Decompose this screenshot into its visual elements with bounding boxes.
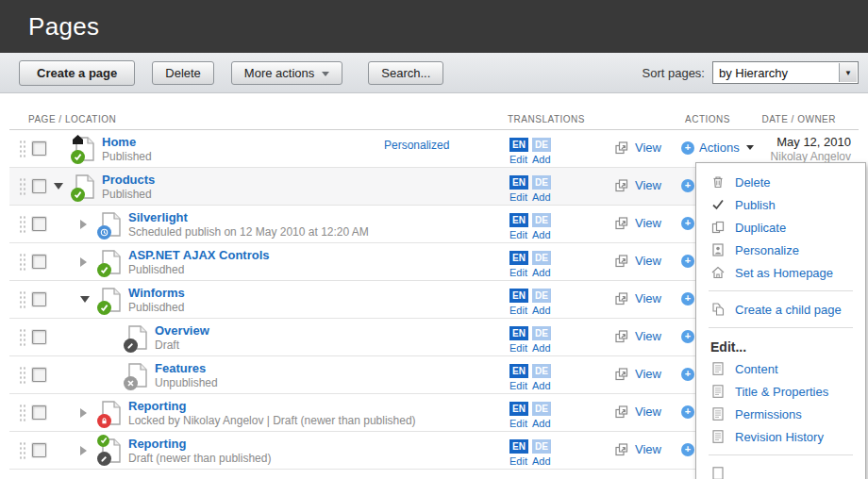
view-cell: View <box>615 442 661 456</box>
drag-handle-icon[interactable] <box>19 289 25 310</box>
add-translation-link[interactable]: Add <box>532 455 551 467</box>
row-checkbox[interactable] <box>32 368 46 382</box>
child-page-icon <box>710 302 726 317</box>
add-translation-link[interactable]: Add <box>532 305 551 316</box>
plus-circle-icon[interactable]: + <box>681 141 694 155</box>
actions-link[interactable]: Actions <box>699 140 740 155</box>
add-translation-link[interactable]: Add <box>532 229 551 240</box>
drag-handle-icon[interactable] <box>19 440 25 461</box>
view-link[interactable]: View <box>635 178 661 192</box>
column-header-translations: TRANSLATIONS <box>508 114 585 124</box>
row-checkbox[interactable] <box>32 141 46 156</box>
view-link[interactable]: View <box>635 442 661 456</box>
plus-circle-icon[interactable]: + <box>681 255 694 268</box>
document-icon <box>710 384 726 399</box>
drag-handle-icon[interactable] <box>19 327 25 348</box>
drag-handle-icon[interactable] <box>19 214 25 235</box>
view-cell: View <box>615 291 661 306</box>
page-title-link[interactable]: Features <box>155 361 206 375</box>
translations-cell: ENDE EditAdd <box>509 399 551 429</box>
edit-translation-link[interactable]: Edit <box>509 154 527 165</box>
page-title-link[interactable]: Overview <box>155 323 209 338</box>
collapse-arrow-icon[interactable] <box>80 296 101 303</box>
menu-item-revision-history[interactable]: Revision History <box>696 425 865 448</box>
view-link[interactable]: View <box>635 367 661 381</box>
menu-item-content[interactable]: Content <box>696 357 865 380</box>
duplicate-icon <box>710 220 726 235</box>
menu-item-label: Personalize <box>735 243 799 257</box>
menu-item-label: Title & Properties <box>735 385 828 399</box>
view-link[interactable]: View <box>635 329 661 343</box>
menu-item-set-as-homepage[interactable]: Set as Homepage <box>696 261 865 284</box>
plus-circle-icon[interactable]: + <box>681 405 694 419</box>
edit-translation-link[interactable]: Edit <box>509 305 527 316</box>
check-icon <box>710 197 726 212</box>
row-checkbox[interactable] <box>32 330 46 344</box>
more-actions-button[interactable]: More actions <box>231 61 342 85</box>
plus-circle-icon[interactable]: + <box>681 217 694 230</box>
row-checkbox[interactable] <box>32 292 46 306</box>
view-link[interactable]: View <box>635 405 661 419</box>
edit-translation-link[interactable]: Edit <box>509 229 527 240</box>
page-title-link[interactable]: Silverlight <box>128 210 188 224</box>
page-title-link[interactable]: ASP.NET AJAX Controls <box>128 248 270 262</box>
plus-circle-icon[interactable]: + <box>681 292 694 306</box>
plus-circle-icon[interactable]: + <box>681 330 694 343</box>
drag-handle-icon[interactable] <box>19 252 25 273</box>
drag-handle-icon[interactable] <box>19 365 25 386</box>
view-link[interactable]: View <box>635 216 661 230</box>
menu-item-partial[interactable] <box>696 462 865 479</box>
edit-translation-link[interactable]: Edit <box>509 418 527 429</box>
menu-item-create-child-page[interactable]: Create a child page <box>696 298 865 321</box>
page-title-link[interactable]: Reporting <box>128 399 186 413</box>
drag-handle-icon[interactable] <box>19 176 25 197</box>
page-title-link[interactable]: Reporting <box>128 437 186 451</box>
plus-circle-icon[interactable]: + <box>681 443 694 456</box>
view-link[interactable]: View <box>635 291 661 306</box>
view-link[interactable]: View <box>635 140 661 155</box>
add-translation-link[interactable]: Add <box>532 267 551 278</box>
menu-item-title-properties[interactable]: Title & Properties <box>696 380 865 403</box>
page-title-link[interactable]: Winforms <box>128 286 185 300</box>
add-translation-link[interactable]: Add <box>532 342 551 354</box>
menu-item-personalize[interactable]: Personalize <box>696 239 865 261</box>
published-check-icon <box>97 263 111 277</box>
view-cell: View <box>615 178 661 192</box>
row-checkbox[interactable] <box>32 179 46 193</box>
translations-cell: ENDE EditAdd <box>509 361 551 391</box>
search-button[interactable]: Search... <box>368 61 443 85</box>
drag-handle-icon[interactable] <box>19 403 25 423</box>
page-title-link[interactable]: Home <box>102 135 136 149</box>
menu-item-publish[interactable]: Publish <box>696 193 865 216</box>
delete-button[interactable]: Delete <box>152 61 214 85</box>
add-translation-link[interactable]: Add <box>532 191 551 203</box>
menu-item-delete[interactable]: Delete <box>696 171 865 193</box>
edit-translation-link[interactable]: Edit <box>509 342 527 354</box>
chevron-down-icon: ▼ <box>839 63 857 82</box>
menu-item-label: Set as Homepage <box>735 266 833 280</box>
view-link[interactable]: View <box>635 254 661 268</box>
add-translation-link[interactable]: Add <box>532 154 551 165</box>
row-checkbox[interactable] <box>32 405 46 420</box>
add-translation-link[interactable]: Add <box>532 418 551 429</box>
published-icon <box>75 174 95 199</box>
create-page-button[interactable]: Create a page <box>19 60 135 86</box>
sort-pages-select[interactable]: by Hierarchy ▼ <box>712 61 859 84</box>
edit-translation-link[interactable]: Edit <box>509 191 527 203</box>
row-checkbox[interactable] <box>32 255 46 269</box>
row-checkbox[interactable] <box>32 443 46 457</box>
menu-item-permissions[interactable]: Permissions <box>696 403 865 425</box>
edit-translation-link[interactable]: Edit <box>509 455 527 467</box>
published-check-icon <box>97 301 111 315</box>
row-checkbox[interactable] <box>32 217 46 231</box>
view-cell: View <box>615 140 661 155</box>
collapse-arrow-icon[interactable] <box>54 183 75 190</box>
edit-translation-link[interactable]: Edit <box>509 267 527 278</box>
menu-item-duplicate[interactable]: Duplicate <box>696 216 865 239</box>
plus-circle-icon[interactable]: + <box>681 179 694 192</box>
plus-circle-icon[interactable]: + <box>681 368 694 381</box>
drag-handle-icon[interactable] <box>19 139 25 159</box>
page-title-link[interactable]: Products <box>102 173 155 187</box>
edit-translation-link[interactable]: Edit <box>509 380 527 391</box>
add-translation-link[interactable]: Add <box>532 380 551 391</box>
